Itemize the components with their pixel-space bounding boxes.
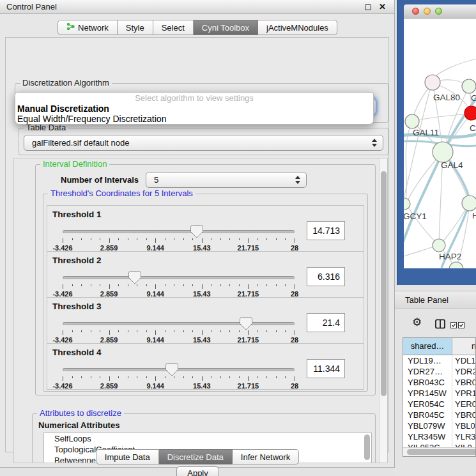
cell-name[interactable]: YBR0	[452, 410, 475, 420]
threshold-value-field[interactable]: 14.713	[307, 221, 345, 240]
tab-cyni-toolbox[interactable]: Cyni Toolbox	[194, 20, 258, 35]
cell-name[interactable]: YPR1	[452, 388, 475, 399]
scrollbar-thumb[interactable]	[381, 171, 387, 396]
scrollbar-thumb[interactable]	[407, 449, 476, 455]
slider-tick	[109, 284, 110, 289]
cell-shared-name[interactable]: YBR045C	[403, 410, 452, 420]
network-canvas[interactable]: GAL80GACGAL11GAL4GCY1HHAP2	[404, 19, 476, 268]
apply-button[interactable]: Apply	[176, 466, 219, 476]
slider-tick	[165, 376, 165, 378]
slider-tick	[174, 238, 174, 240]
threshold-slider[interactable]: -3.4262.8599.14415.4321.71528	[63, 271, 295, 298]
attribute-list-item[interactable]: SelfLoops	[44, 433, 371, 444]
network-edge[interactable]	[433, 59, 476, 79]
show-columns-checkboxes-icon[interactable]	[450, 321, 464, 330]
slider-tick	[100, 330, 100, 332]
threshold-slider[interactable]: -3.4262.8599.14415.4321.71528	[63, 225, 295, 252]
table-row[interactable]: YLR345WYLR3	[403, 431, 475, 442]
cell-shared-name[interactable]: YPR145W	[403, 388, 452, 399]
network-node[interactable]	[405, 114, 419, 128]
table-data-select[interactable]: galFiltered.sif default node	[24, 135, 383, 151]
algorithm-option[interactable]: Manual Discretization	[17, 104, 371, 114]
cell-name[interactable]: YBR0	[452, 377, 475, 388]
minimize-traffic-light-icon[interactable]	[424, 8, 431, 15]
threshold-value-field[interactable]: 11.344	[307, 359, 345, 378]
network-node-selected[interactable]	[464, 106, 476, 120]
network-node[interactable]	[404, 198, 410, 210]
threshold-value-field[interactable]: 6.316	[307, 267, 345, 286]
network-node[interactable]	[433, 142, 453, 162]
table-horizontal-scrollbar[interactable]	[403, 447, 475, 456]
tab-jactivemnodules[interactable]: jActiveMNodules	[258, 20, 337, 35]
cell-name[interactable]: YDR2	[452, 366, 475, 377]
cell-name[interactable]: YBL0	[452, 420, 475, 431]
close-icon[interactable]: ✕	[379, 2, 386, 12]
cell-shared-name[interactable]: YBL079W	[403, 420, 452, 431]
threshold-slider[interactable]: -3.4262.8599.14415.4321.71528	[63, 363, 295, 390]
cell-shared-name[interactable]: YER054C	[403, 399, 452, 410]
number-of-intervals-select[interactable]: 5	[146, 172, 307, 188]
table-row[interactable]: YBL079WYBL0	[403, 420, 475, 431]
network-node[interactable]	[449, 262, 463, 268]
columns-icon[interactable]	[435, 319, 445, 331]
slider-handle[interactable]	[128, 271, 141, 284]
table-row[interactable]: YBR045CYBR0	[403, 410, 475, 420]
network-node-label: C	[470, 123, 476, 133]
tab-style[interactable]: Style	[118, 20, 153, 35]
slider-tick	[183, 330, 184, 332]
slider-tick	[128, 238, 128, 240]
table-row[interactable]: YDL19…YDL1	[403, 355, 475, 366]
cell-shared-name[interactable]: YLR345W	[403, 431, 452, 442]
close-traffic-light-icon[interactable]	[412, 8, 419, 15]
node-table[interactable]: shared… na YDL19…YDL1YDR27…YDR2YBR043CYB…	[403, 337, 476, 457]
cell-name[interactable]: YDL1	[452, 355, 475, 366]
cell-shared-name[interactable]: YDL19…	[403, 355, 452, 366]
network-node[interactable]	[425, 75, 440, 90]
zoom-traffic-light-icon[interactable]	[435, 8, 442, 15]
float-window-icon[interactable]	[365, 4, 371, 10]
slider-tick	[174, 284, 174, 286]
table-row[interactable]: YER054CYER0	[403, 399, 475, 410]
column-header-name[interactable]: na	[452, 338, 475, 355]
column-header-shared-name[interactable]: shared…	[403, 338, 452, 355]
slider-track[interactable]	[63, 368, 295, 371]
slider-tick	[220, 330, 221, 332]
algorithm-option[interactable]: Equal Width/Frequency Discretization	[17, 114, 371, 124]
network-edge[interactable]	[404, 84, 432, 218]
network-node[interactable]	[462, 196, 476, 211]
cell-name[interactable]: YLR3	[452, 431, 475, 442]
cell-name[interactable]: YER0	[452, 399, 475, 410]
slider-tick	[239, 238, 240, 240]
tab-label: Infer Network	[241, 450, 290, 464]
threshold-row: Threshold 4-3.4262.8599.14415.4321.71528…	[47, 343, 364, 390]
tab-impute-data[interactable]: Impute Data	[96, 449, 159, 464]
slider-tick	[63, 330, 63, 335]
slider-track[interactable]	[63, 230, 295, 233]
network-node[interactable]	[462, 79, 476, 93]
table-row[interactable]: YDR27…YDR2	[403, 366, 475, 377]
table-row[interactable]: YPR145WYPR1	[403, 388, 475, 399]
slider-tick	[285, 238, 286, 240]
threshold-label: Threshold 2	[52, 256, 102, 265]
threshold-value-field[interactable]: 21.4	[307, 313, 345, 332]
slider-tick	[174, 330, 174, 332]
tab-select[interactable]: Select	[153, 20, 194, 35]
cell-shared-name[interactable]: YBR043C	[403, 377, 452, 388]
threshold-row: Threshold 3-3.4262.8599.14415.4321.71528…	[47, 297, 364, 344]
slider-track[interactable]	[63, 322, 295, 325]
slider-handle[interactable]	[240, 317, 252, 330]
top-tab-bar: NetworkStyleSelectCyni ToolboxjActiveMNo…	[0, 20, 395, 35]
slider-handle[interactable]	[190, 225, 203, 238]
gear-icon[interactable]: ⚙	[412, 317, 422, 328]
tab-network[interactable]: Network	[58, 20, 118, 35]
settings-vertical-scrollbar[interactable]	[379, 158, 387, 463]
slider-tick-label: 28	[291, 382, 298, 390]
network-node[interactable]	[433, 239, 445, 252]
tab-infer-network[interactable]: Infer Network	[233, 449, 299, 464]
tab-discretize-data[interactable]: Discretize Data	[159, 449, 233, 464]
threshold-slider[interactable]: -3.4262.8599.14415.4321.71528	[63, 317, 295, 344]
cell-shared-name[interactable]: YDR27…	[403, 366, 452, 377]
table-row[interactable]: YBR043CYBR0	[403, 377, 475, 388]
slider-handle[interactable]	[165, 363, 178, 376]
slider-track[interactable]	[63, 276, 295, 279]
